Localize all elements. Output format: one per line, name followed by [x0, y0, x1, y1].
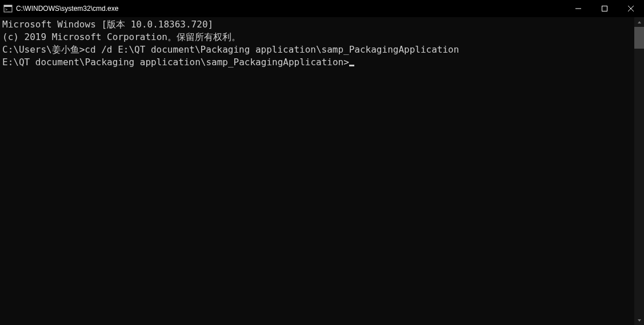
window-controls	[565, 0, 644, 17]
svg-text:>_: >_	[5, 7, 10, 12]
prompt: C:\Users\姜小鱼>	[2, 44, 85, 55]
svg-marker-7	[638, 21, 641, 23]
cursor	[349, 65, 354, 66]
prompt: E:\QT document\Packaging application\sam…	[2, 57, 349, 68]
close-button[interactable]	[618, 0, 644, 17]
terminal-output[interactable]: Microsoft Windows [版本 10.0.18363.720](c)…	[0, 17, 634, 325]
scroll-down-button[interactable]	[634, 315, 644, 325]
terminal-wrapper: Microsoft Windows [版本 10.0.18363.720](c)…	[0, 17, 644, 325]
output-line: Microsoft Windows [版本 10.0.18363.720]	[2, 18, 632, 31]
window-titlebar[interactable]: >_ C:\WINDOWS\system32\cmd.exe	[0, 0, 644, 17]
svg-rect-4	[602, 6, 607, 11]
scroll-thumb[interactable]	[634, 27, 644, 49]
svg-rect-1	[4, 5, 12, 7]
maximize-button[interactable]	[591, 0, 618, 17]
svg-marker-8	[638, 319, 641, 322]
minimize-button[interactable]	[565, 0, 591, 17]
titlebar-left: >_ C:\WINDOWS\system32\cmd.exe	[0, 4, 118, 13]
current-prompt-line: E:\QT document\Packaging application\sam…	[2, 56, 632, 69]
window-title: C:\WINDOWS\system32\cmd.exe	[16, 5, 118, 13]
scroll-up-button[interactable]	[634, 17, 644, 27]
output-line: (c) 2019 Microsoft Corporation。保留所有权利。	[2, 31, 632, 43]
command-text: cd /d E:\QT document\Packaging applicati…	[85, 44, 459, 55]
command-line: C:\Users\姜小鱼>cd /d E:\QT document\Packag…	[2, 43, 632, 56]
cmd-icon: >_	[3, 4, 13, 13]
vertical-scrollbar[interactable]	[634, 17, 644, 325]
